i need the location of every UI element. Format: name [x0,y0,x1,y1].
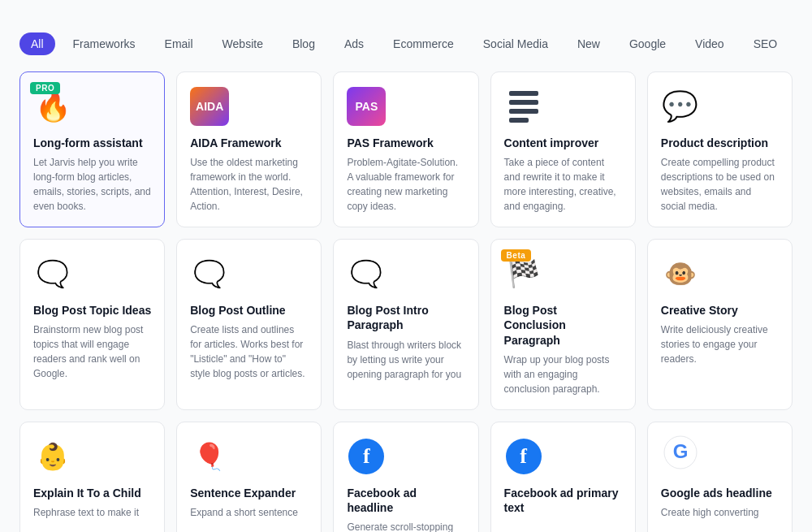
filter-bar: AllFrameworksEmailWebsiteBlogAdsEcommerc… [19,32,793,55]
lines-icon [509,91,538,123]
filter-btn-email[interactable]: Email [153,32,205,55]
card-desc-aida: Use the oldest marketing framework in th… [190,155,308,214]
card-desc-google-ads: Create high converting [661,505,779,520]
filter-btn-blog[interactable]: Blog [281,32,326,55]
card-icon-fb-headline: f [347,437,386,476]
badge-pro: PRO [30,82,60,94]
card-desc-pas: Problem-Agitate-Solution. A valuable fra… [347,155,464,214]
filter-btn-ecommerce[interactable]: Ecommerce [382,32,465,55]
card-icon-sentence-expander: 🎈 [190,437,229,476]
template-card-explain-child[interactable]: 👶 Explain It To a Child Rephrase text to… [19,422,165,532]
facebook-icon: f [506,439,542,474]
template-card-blog-outline[interactable]: 🗨️ Blog Post Outline Create lists and ou… [176,239,322,410]
pas-icon: PAS [347,87,386,126]
card-title-long-form: Long-form assistant [33,136,151,150]
card-icon-content-improver [504,87,543,126]
filter-btn-google[interactable]: Google [618,32,677,55]
card-desc-long-form: Let Jarvis help you write long-form blog… [33,155,151,214]
card-title-creative-story: Creative Story [661,303,779,318]
template-card-pas[interactable]: PAS PAS Framework Problem-Agitate-Soluti… [333,71,478,227]
card-desc-content-improver: Take a piece of content and rewrite it t… [504,155,622,214]
balloon-icon: 🎈 [193,441,226,472]
filter-btn-all[interactable]: All [19,32,55,55]
template-card-aida[interactable]: AIDA AIDA Framework Use the oldest marke… [176,71,322,227]
card-desc-product-desc: Create compelling product descriptions t… [661,155,779,214]
card-icon-aida: AIDA [190,87,229,126]
card-title-fb-headline: Facebook ad headline [347,486,464,515]
card-desc-fb-headline: Generate scroll-stopping [347,520,464,532]
message-icon: 🗨️ [350,258,382,289]
card-icon-product-desc: 💬 [661,87,700,126]
aida-icon: AIDA [190,87,229,126]
card-title-explain-child: Explain It To a Child [33,486,151,500]
card-icon-google-ads: G [661,437,700,476]
message-icon: 🗨️ [37,258,69,289]
facebook-icon: f [348,439,384,474]
filter-btn-new[interactable]: New [566,32,611,55]
monkey-icon: 🐵 [664,258,697,289]
card-title-fb-primary: Facebook ad primary text [504,486,622,515]
card-title-blog-intro: Blog Post Intro Paragraph [347,303,464,332]
template-card-long-form[interactable]: PRO 🔥 Long-form assistant Let Jarvis hel… [19,71,165,227]
card-desc-blog-topic: Brainstorm new blog post topics that wil… [33,322,151,381]
card-icon-blog-topic: 🗨️ [33,254,72,293]
card-title-blog-outline: Blog Post Outline [190,303,308,318]
card-icon-pas: PAS [347,87,386,126]
template-card-google-ads[interactable]: G Google ads headline Create high conver… [647,422,793,532]
template-card-sentence-expander[interactable]: 🎈 Sentence Expander Expand a short sente… [176,422,322,532]
filter-btn-website[interactable]: Website [211,32,274,55]
filter-btn-video[interactable]: Video [684,32,736,55]
card-icon-blog-outline: 🗨️ [190,254,229,293]
chat-icon: 💬 [662,89,698,123]
card-desc-creative-story: Write deliciously creative stories to en… [661,322,779,366]
message-icon: 🗨️ [193,258,226,289]
template-card-blog-topic[interactable]: 🗨️ Blog Post Topic Ideas Brainstorm new … [19,239,165,410]
card-title-aida: AIDA Framework [190,136,308,150]
filter-btn-seo[interactable]: SEO [742,32,789,55]
badge-beta: Beta [501,249,532,262]
filter-btn-ads[interactable]: Ads [333,32,375,55]
filter-btn-social-media[interactable]: Social Media [472,32,559,55]
template-card-fb-primary[interactable]: f Facebook ad primary text [490,422,636,532]
card-icon-blog-intro: 🗨️ [347,254,386,293]
template-card-content-improver[interactable]: Content improver Take a piece of content… [490,71,636,227]
card-desc-blog-conclusion: Wrap up your blog posts with an engaging… [504,353,622,396]
card-icon-fb-primary: f [504,437,543,476]
card-title-google-ads: Google ads headline [661,486,779,500]
pencil-icon: 🔥 [35,89,71,123]
flag-icon: 🏁 [508,258,540,289]
card-title-content-improver: Content improver [504,136,622,150]
card-title-pas: PAS Framework [347,136,464,150]
template-card-blog-conclusion[interactable]: Beta 🏁 Blog Post Conclusion Paragraph Wr… [490,239,636,410]
card-desc-blog-outline: Create lists and outlines for articles. … [190,322,308,381]
card-icon-creative-story: 🐵 [661,254,700,293]
google-icon: G [663,435,698,478]
template-card-fb-headline[interactable]: f Facebook ad headline Generate scroll-s… [333,422,478,532]
card-title-blog-topic: Blog Post Topic Ideas [33,303,151,318]
svg-text:G: G [672,440,688,462]
template-grid: PRO 🔥 Long-form assistant Let Jarvis hel… [19,71,793,532]
card-desc-explain-child: Rephrase text to make it [33,505,151,520]
card-desc-blog-intro: Blast through writers block by letting u… [347,338,464,382]
card-title-product-desc: Product description [661,136,779,150]
template-card-product-desc[interactable]: 💬 Product description Create compelling … [647,71,793,227]
template-card-blog-intro[interactable]: 🗨️ Blog Post Intro Paragraph Blast throu… [333,239,478,410]
card-icon-explain-child: 👶 [33,437,72,476]
card-title-blog-conclusion: Blog Post Conclusion Paragraph [504,303,622,348]
baby-icon: 👶 [37,441,69,472]
card-title-sentence-expander: Sentence Expander [190,486,308,500]
card-desc-sentence-expander: Expand a short sentence [190,505,308,520]
template-card-creative-story[interactable]: 🐵 Creative Story Write deliciously creat… [647,239,793,410]
filter-btn-frameworks[interactable]: Frameworks [62,32,147,55]
